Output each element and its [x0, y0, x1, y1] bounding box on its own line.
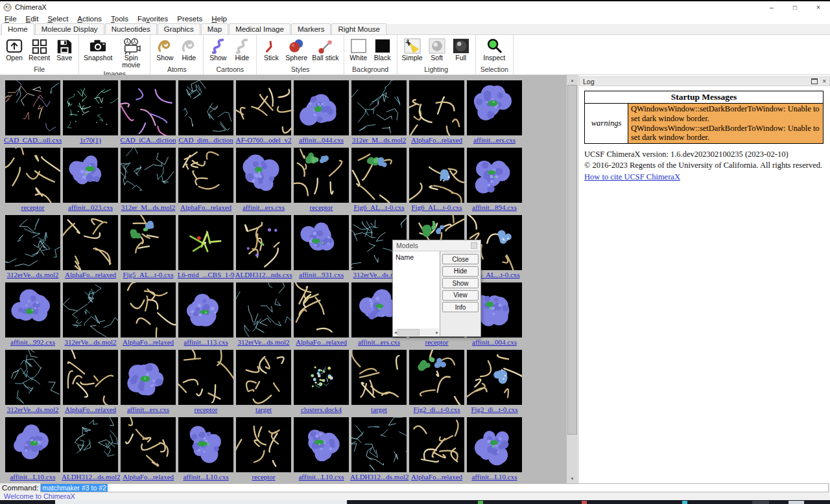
file-link[interactable]: affinit...L10.cxs [4, 472, 62, 481]
file-link[interactable]: 1r70(1) [62, 135, 119, 144]
toolbar-button-lighting-full[interactable]: Full [451, 37, 471, 62]
file-thumbnail[interactable] [121, 215, 176, 270]
scrollbar-thumb[interactable] [567, 85, 577, 435]
file-thumbnail[interactable] [121, 417, 176, 472]
file-thumbnail[interactable] [5, 215, 60, 270]
file-thumbnail[interactable] [467, 80, 522, 135]
file-thumbnail[interactable] [409, 417, 464, 472]
file-thumbnail[interactable] [5, 417, 60, 472]
file-thumbnail[interactable] [351, 417, 407, 472]
file-thumbnail[interactable] [63, 417, 118, 472]
file-link[interactable]: CAD_dim...diction [177, 135, 235, 144]
file-thumbnail[interactable] [121, 350, 176, 405]
file-link[interactable]: target [235, 405, 292, 414]
models-horizontal-scrollbar[interactable]: ◀ ▶ [394, 328, 439, 336]
file-thumbnail[interactable] [236, 282, 291, 338]
file-link[interactable]: receptor [235, 472, 292, 481]
tab-right-mouse[interactable]: Right Mouse [331, 23, 386, 34]
models-dock-button[interactable] [471, 242, 477, 249]
file-thumbnail[interactable] [409, 148, 464, 203]
menu-file[interactable]: File [0, 14, 21, 23]
tab-molecule-display[interactable]: Molecule Display [35, 23, 104, 34]
models-info-button[interactable]: Info [442, 302, 479, 312]
file-link[interactable]: affinit...L10.cxs [177, 472, 235, 481]
command-input[interactable]: matchmaker #3 to #2 [40, 483, 829, 492]
file-link[interactable]: affinit...ers.cxs [466, 135, 523, 144]
tab-graphics[interactable]: Graphics [158, 23, 200, 34]
file-thumbnail[interactable] [236, 215, 291, 270]
file-link[interactable]: affinit...044.cxs [292, 135, 350, 144]
file-link[interactable]: receptor [4, 203, 62, 212]
file-link[interactable]: 312erVe...ds.mol2 [62, 338, 119, 347]
file-link[interactable]: AlphaFo...relaxed [62, 405, 119, 414]
file-thumbnail[interactable] [294, 80, 349, 135]
toolbar-button-atoms-hide[interactable]: Hide [179, 37, 198, 62]
taskbar-search-box[interactable] [55, 500, 347, 504]
file-link[interactable]: affinit...894.cxs [466, 203, 523, 212]
file-link[interactable]: 312erVe...ds.mol2 [4, 270, 62, 279]
file-link[interactable]: affinit...L10.cxs [466, 472, 523, 481]
menu-favorites[interactable]: Favorites [133, 14, 172, 23]
file-link[interactable]: AlphaFo...relaxed [408, 472, 466, 481]
file-link[interactable]: AlphaFo...relaxed [292, 338, 350, 347]
file-thumbnail[interactable] [178, 417, 233, 472]
toolbar-button-lighting-soft[interactable]: Soft [427, 37, 447, 62]
file-link[interactable]: receptor [292, 203, 350, 212]
toolbar-button-background-white[interactable]: White [349, 37, 368, 62]
file-link[interactable]: affinit...023.cxs [62, 203, 119, 212]
file-link[interactable]: affinit...113.cxs [177, 338, 235, 347]
file-thumbnail[interactable] [121, 148, 176, 203]
toolbar-button-background-black[interactable]: Black [373, 37, 392, 62]
models-show-button[interactable]: Show [442, 278, 479, 288]
file-thumbnail[interactable] [5, 148, 60, 203]
toolbar-button-styles-sphere[interactable]: Sphere [285, 37, 307, 62]
file-thumbnail[interactable] [5, 80, 60, 135]
file-thumbnail[interactable] [236, 148, 291, 203]
file-link[interactable]: Fig5_AL...t-0.cxs [119, 270, 177, 279]
file-link[interactable]: Fig6_AL...t-0.cxs [408, 203, 466, 212]
hscrollbar-thumb[interactable] [397, 329, 420, 336]
file-thumbnail[interactable] [178, 80, 233, 135]
file-link[interactable]: AlphaFo...relaxed [119, 338, 177, 347]
file-thumbnail[interactable] [467, 417, 522, 472]
file-thumbnail[interactable] [294, 148, 349, 203]
close-button[interactable]: × [807, 1, 830, 13]
toolbar-button-images-snapshot[interactable]: Snapshot [84, 37, 112, 62]
file-link[interactable]: AlphaFo...relaxed [177, 203, 235, 212]
file-thumbnail[interactable] [294, 282, 349, 338]
scroll-left-icon[interactable]: ◀ [394, 330, 397, 334]
windows-taskbar[interactable] [0, 500, 830, 504]
file-thumbnail[interactable] [63, 80, 118, 135]
tab-home[interactable]: Home [1, 23, 34, 35]
file-thumbnail[interactable] [351, 148, 407, 203]
file-link[interactable]: 312erVe...ds.mol2 [4, 405, 62, 414]
file-link[interactable]: Fig2_di...t-0.cxs [408, 405, 466, 414]
file-thumbnail[interactable] [236, 80, 291, 135]
vertical-scrollbar[interactable]: ▲ ▼ [567, 75, 578, 483]
toolbar-button-atoms-show[interactable]: Show [155, 37, 174, 62]
file-thumbnail[interactable] [63, 282, 118, 338]
tray-icon[interactable] [788, 501, 804, 504]
file-thumbnail[interactable] [121, 282, 176, 338]
tab-map[interactable]: Map [201, 23, 228, 34]
file-thumbnail[interactable] [121, 80, 176, 135]
scroll-up-icon[interactable]: ▲ [567, 75, 578, 85]
file-thumbnail[interactable] [5, 350, 60, 405]
toolbar-button-cartoons-show[interactable]: Show [208, 37, 228, 62]
models-hide-button[interactable]: Hide [442, 266, 479, 277]
file-thumbnail[interactable] [236, 417, 291, 472]
file-link[interactable]: AlphaFo...relaxed [408, 135, 466, 144]
file-link[interactable]: AlphaFo...relaxed [62, 270, 119, 279]
file-link[interactable]: affinit...ers.cxs [235, 203, 292, 212]
models-view-button[interactable]: View [442, 290, 479, 301]
file-thumbnail[interactable] [351, 350, 407, 405]
tray-icon[interactable] [752, 501, 769, 504]
taskbar-icon[interactable] [478, 501, 483, 504]
file-link[interactable]: L6-mid_...CBS_1-9 [177, 270, 235, 279]
maximize-button[interactable]: □ [783, 1, 807, 13]
menu-help[interactable]: Help [207, 14, 231, 23]
menu-actions[interactable]: Actions [73, 14, 106, 23]
menu-select[interactable]: Select [43, 14, 73, 23]
file-link[interactable]: 312erVe...ds.mol2 [235, 338, 292, 347]
file-thumbnail[interactable] [5, 282, 60, 338]
